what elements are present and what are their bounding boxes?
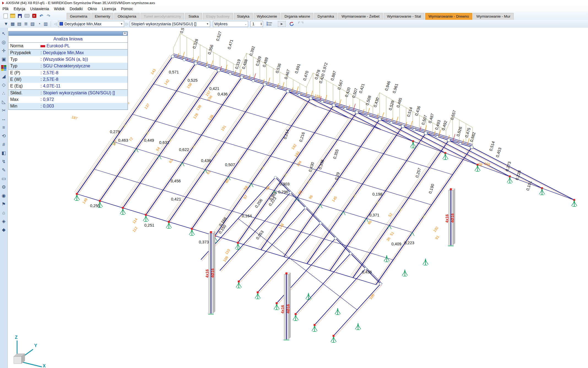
tab-elementy[interactable]: Elementy [91,13,113,20]
parts-icon[interactable]: ∴ [1,89,7,98]
result-component-combo[interactable]: Stopień wykorzystania (SGN/SGU) []▼ [130,21,210,27]
svg-text:0,356: 0,356 [207,44,214,55]
translate-icon[interactable]: ◢ [1,72,7,81]
library-icon[interactable]: ▧ [29,21,36,27]
svg-text:142: 142 [163,78,170,86]
svg-text:0,421: 0,421 [171,197,181,201]
svg-text:4Ø16: 4Ø16 [210,268,215,278]
svg-text:0,526: 0,526 [456,126,463,137]
loads-icon[interactable]: ↯ [1,157,7,166]
trim-icon[interactable]: ✂ [1,106,7,115]
open-folder-icon[interactable] [10,13,15,18]
tab-statyka[interactable]: Statyka [234,13,253,20]
scale-spinner[interactable]: 1▲▼ [250,21,263,27]
svg-text:0,475: 0,475 [464,127,472,138]
dimension-icon[interactable]: ↔ [1,115,7,123]
grid-icon[interactable]: # [1,140,7,149]
tab-drgania-w-asne[interactable]: Drgania własne [281,13,313,20]
menu-item-plik[interactable]: Plik [0,6,11,12]
spinner-arrows[interactable]: ▲▼ [260,22,263,26]
menu-item-widok[interactable]: Widok [52,6,67,12]
misc-tool-icon[interactable]: ◆ [1,226,7,234]
save-icon[interactable] [17,13,23,18]
undo-icon[interactable]: ↶ [39,13,44,18]
row-value: : (Wszystkie SGN (a, b)) [40,57,88,62]
svg-text:0,409: 0,409 [391,242,401,246]
layer-edit-icon[interactable]: ≡ [1,123,7,132]
module-tabs: GeometriaElementyObciążeniaTunel aerodyn… [67,12,514,20]
redo-icon[interactable]: ↷ [46,13,51,18]
svg-text:Z: Z [15,335,18,340]
norm-flag-icon [40,45,45,47]
print-icon[interactable] [24,13,30,18]
svg-text:137: 137 [143,103,150,110]
measure-icon[interactable]: ▭ [1,174,7,183]
load-case-combo[interactable]: Decydujące Min,Max▼ [58,21,124,27]
display-mode-icon[interactable]: ◔ [36,21,42,27]
refresh-icon[interactable] [288,21,295,27]
tab-wyboczenie[interactable]: Wyboczenie [254,13,280,20]
renumber-icon[interactable]: ⟲ [1,132,7,140]
water-level-icon[interactable]: ▼ [3,21,9,27]
settings-icon[interactable]: ⚙ [1,183,7,191]
list-window-icon[interactable]: ▥ [42,21,49,27]
panel-caption[interactable]: ✕ [9,31,128,36]
menu-item-pomoc[interactable]: Pomoc [118,6,136,12]
svg-text:72: 72 [128,136,134,142]
tab-wymiarowanie-elbet[interactable]: Wymiarowanie - Żelbet [338,13,383,20]
menu-item-dodatki[interactable]: Dodatki [67,6,85,12]
menu-item-okno[interactable]: Okno [85,6,99,12]
svg-text:96: 96 [308,194,314,200]
prev-case-icon[interactable]: ◁ [53,22,58,26]
fit-view-icon[interactable] [298,22,303,26]
panel-row-ew: E (W): 2,57E-8 [9,76,128,83]
tab-wymiarowanie-drewno[interactable]: Wymiarowanie - Drewno [425,13,472,20]
new-file-icon[interactable] [3,13,8,18]
svg-text:0,887: 0,887 [330,70,337,81]
coordinate-system-icon[interactable]: ✛ [1,46,7,55]
next-case-icon[interactable]: ▷ [124,22,130,26]
menu-item-ustawienia[interactable]: Ustawienia [28,6,52,12]
svg-text:149: 149 [82,197,88,204]
svg-text:0,421: 0,421 [358,83,365,94]
row-label: Typ [10,64,40,68]
color-palette-icon[interactable] [1,64,7,72]
display-icon[interactable]: ◉ [1,191,7,200]
menu-bar: PlikEdycjaUstawieniaWidokDodatkiOknoLice… [0,6,588,12]
selection-arrow-icon[interactable]: ↖ [1,29,7,38]
svg-text:0,582: 0,582 [469,131,476,142]
svg-text:0,463: 0,463 [118,138,128,142]
svg-text:0,567: 0,567 [337,79,344,90]
edit-icon[interactable]: ✎ [1,166,7,174]
tab-geometria[interactable]: Geometria [67,13,91,20]
lock-icon[interactable]: ◈ [1,217,7,226]
geometry-check-icon[interactable]: ◺ [1,98,7,106]
zoom-icon[interactable]: ◎ [1,38,7,46]
tab-siatka[interactable]: Siatka [185,13,202,20]
modify-icon[interactable]: ◇ [1,81,7,89]
report-notebook-icon[interactable]: ▤ [16,21,23,27]
pdf-export-icon[interactable]: A [31,13,37,18]
tab-obci-enia[interactable]: Obciążenia [114,13,140,20]
display-mode-combo[interactable]: Wykres⌄ [213,21,248,27]
home-view-icon[interactable]: ⌂ [1,208,7,217]
tab-dynamika[interactable]: Dynamika [314,13,337,20]
close-icon[interactable]: ✕ [123,32,127,35]
copy-object-icon[interactable]: ▣ [1,55,7,64]
tab-wymiarowanie-mur[interactable]: Wymiarowanie - Mur [473,13,514,20]
animation-play-icon[interactable]: ▶ [278,21,286,27]
svg-text:4x16: 4x16 [205,269,209,278]
svg-text:191: 191 [220,124,227,131]
svg-text:0,508: 0,508 [365,95,372,106]
row-value: Analiza liniowa [53,37,83,42]
layers-icon[interactable]: ≣ [23,21,29,27]
svg-text:0,946: 0,946 [384,80,391,91]
menu-item-licencja[interactable]: Licencja [99,6,118,12]
tab-wymiarowanie-stal[interactable]: Wymiarowanie - Stal [384,13,424,20]
menu-item-edycja[interactable]: Edycja [11,6,28,12]
svg-text:0,216: 0,216 [299,131,306,142]
workplane-icon[interactable]: ◧ [1,149,7,157]
minmax-labels-icon[interactable]: ⊻max⊼min [266,22,276,26]
flag-icon[interactable]: ⚑ [1,200,7,208]
result-table-icon[interactable]: ▦ [9,21,16,27]
